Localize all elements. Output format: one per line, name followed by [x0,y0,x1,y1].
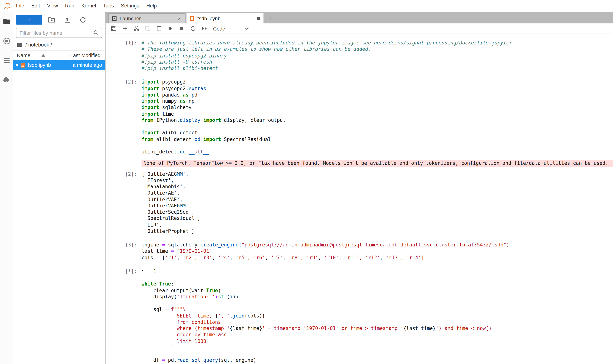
add-tab-button[interactable]: + [265,13,276,24]
chevron-down-icon [245,27,249,30]
menu-view[interactable]: View [43,0,62,12]
menu-file[interactable]: File [13,0,28,12]
sort-ascending-icon[interactable] [41,54,45,57]
cell-type-value: Code [213,26,225,32]
restart-icon [190,26,196,32]
tab-label: Launcher [120,16,177,21]
cell-input-prompt: [3]: [106,242,141,261]
file-name: tsdb.ipynb [28,62,73,68]
file-filter [16,28,102,38]
save-button[interactable] [108,23,119,34]
scissors-icon [133,26,139,32]
jupyter-logo-icon [3,1,12,10]
interrupt-kernel-button[interactable] [176,23,187,34]
code-cell: [3]:engine = sqlalchemy.create_engine("p… [106,240,613,263]
copy-icon [144,26,151,32]
copy-cells-button[interactable] [142,23,153,34]
dock-tab-bar: Launcher × tsdb.ipynb + [106,12,613,24]
menu-edit[interactable]: Edit [28,0,43,12]
restart-kernel-button[interactable] [187,23,199,34]
sidebar-tab-table-of-contents[interactable] [0,51,13,70]
fast-forward-icon [201,26,207,32]
left-activity-bar [0,12,13,364]
cut-cells-button[interactable] [131,23,142,34]
cell-input-prompt: [*]: [106,268,141,364]
code-editor[interactable]: i = 1 while True: clear_output(wait=True… [141,268,613,364]
folder-icon [3,17,10,25]
plus-icon [122,26,128,32]
menu-bar: File Edit View Run Kernel Tabs Settings … [0,0,613,12]
cell-input-prompt: [2]: [106,79,141,155]
run-icon [167,26,174,32]
home-folder-icon [17,42,23,48]
cell-output-prompt [106,160,141,167]
file-list-header: Name Last Modified [13,51,105,60]
paste-cells-button[interactable] [153,23,164,34]
notebook-icon [190,16,194,21]
breadcrumb[interactable]: / notebook / [13,38,105,51]
tab-tsdb-ipynb[interactable]: tsdb.ipynb [187,13,264,24]
file-browser-panel: + [13,12,106,364]
launcher-icon [112,16,117,21]
menu-tabs[interactable]: Tabs [100,0,117,12]
notebook-toolbar: Code [106,24,613,34]
upload-button[interactable] [59,15,75,25]
cell-output: ['OutlierAEGMM', 'IForest', 'Mahalanobis… [141,171,613,234]
sidebar-tab-extensions[interactable] [0,70,13,90]
column-last-modified[interactable]: Last Modified [70,52,100,58]
file-row-tsdb-ipynb[interactable]: tsdb.ipynb a minute ago [13,60,105,70]
notebook-icon [20,62,25,68]
sidebar-tab-file-browser[interactable] [0,12,13,31]
tab-label: tsdb.ipynb [198,15,257,21]
cell-input-prompt: [1]: [106,40,141,72]
code-cell: [2]:import psycopg2 import psycopg2.extr… [106,77,613,236]
main-dock-panel: Launcher × tsdb.ipynb + [106,12,613,364]
breadcrumb-path: / notebook / [26,42,52,48]
code-editor[interactable]: import psycopg2 import psycopg2.extras i… [141,79,613,155]
insert-cell-button[interactable] [119,23,131,34]
puzzle-icon [3,76,10,84]
jupyterlab-window: File Edit View Run Kernel Tabs Settings … [0,0,613,364]
file-modified: a minute ago [73,62,102,68]
menu-kernel[interactable]: Kernel [78,0,100,12]
code-editor[interactable]: engine = sqlalchemy.create_engine("postg… [141,242,613,261]
file-open-indicator-dot [16,64,18,66]
paste-icon [156,26,162,32]
menu-run[interactable]: Run [61,0,78,12]
stop-circle-icon [3,37,10,45]
list-icon [3,57,10,65]
stop-icon [178,26,185,32]
new-folder-button[interactable] [44,15,59,25]
code-cell: [*]:i = 1 while True: clear_output(wait=… [106,266,613,364]
column-name[interactable]: Name [17,52,30,58]
tab-launcher[interactable]: Launcher × [108,13,185,24]
refresh-icon [79,16,86,24]
file-browser-toolbar: + [13,12,105,28]
close-icon[interactable]: × [177,15,182,22]
restart-run-all-button[interactable] [199,23,210,34]
menu-settings[interactable]: Settings [117,0,143,12]
code-cell: [1]:# The following libraries have alrea… [106,38,613,74]
save-icon [110,26,117,32]
new-folder-icon [48,16,55,24]
new-launcher-button[interactable]: + [16,15,42,25]
upload-icon [64,16,71,24]
file-filter-input[interactable] [16,28,102,38]
cell-type-select[interactable]: Code [213,23,249,34]
notebook-cells: [1]:# The following libraries have alrea… [106,38,613,364]
refresh-button[interactable] [75,15,91,25]
unsaved-changes-dot[interactable] [257,16,260,20]
search-icon [93,30,99,36]
run-cell-button[interactable] [164,23,176,34]
cell-output-prompt: [2]: [106,171,141,234]
sidebar-tab-running-kernels[interactable] [0,31,13,51]
menu-help[interactable]: Help [143,0,160,12]
stderr-output: None of PyTorch, TensorFlow >= 2.0, or F… [141,160,613,167]
notebook-panel[interactable]: [1]:# The following libraries have alrea… [106,34,613,364]
code-editor[interactable]: # The following libraries have already b… [141,40,613,72]
